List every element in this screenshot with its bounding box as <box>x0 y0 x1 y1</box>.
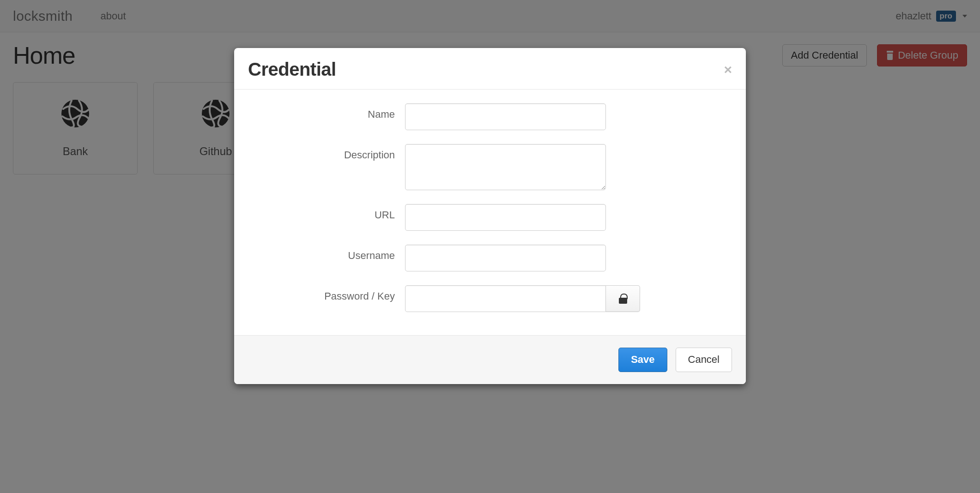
password-label: Password / Key <box>248 285 405 302</box>
modal-title: Credential <box>248 59 336 80</box>
password-lock-button[interactable] <box>606 285 640 312</box>
credential-modal: Credential × Name Description URL Userna… <box>234 48 746 384</box>
modal-footer: Save Cancel <box>234 335 746 384</box>
description-textarea[interactable] <box>405 144 606 190</box>
url-input[interactable] <box>405 204 606 231</box>
name-label: Name <box>248 103 405 120</box>
modal-header: Credential × <box>234 48 746 90</box>
name-input[interactable] <box>405 103 606 130</box>
modal-body: Name Description URL Username Password /… <box>234 90 746 335</box>
url-label: URL <box>248 204 405 221</box>
username-label: Username <box>248 245 405 262</box>
close-icon[interactable]: × <box>724 63 732 77</box>
cancel-button[interactable]: Cancel <box>676 348 732 372</box>
save-button[interactable]: Save <box>618 348 667 372</box>
modal-position: Credential × Name Description URL Userna… <box>0 0 980 493</box>
description-label: Description <box>248 144 405 161</box>
username-input[interactable] <box>405 245 606 271</box>
password-input[interactable] <box>405 285 606 312</box>
lock-icon <box>619 294 627 304</box>
